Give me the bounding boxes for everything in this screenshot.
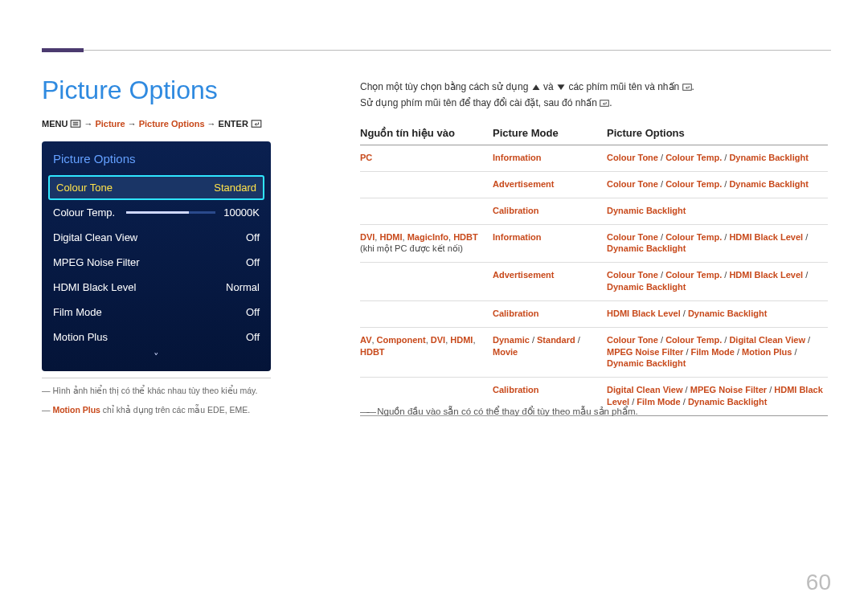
breadcrumb-picture-options: Picture Options <box>139 119 205 129</box>
cell-part: DVI <box>360 232 375 242</box>
svg-rect-8 <box>600 100 609 107</box>
osd-row[interactable]: HDMI Black LevelNormal <box>42 275 271 300</box>
option-token: Colour Temp. <box>665 179 722 189</box>
option-token: Dynamic Backlight <box>688 309 767 318</box>
cell-part: MagicInfo <box>407 232 448 242</box>
separator: / <box>722 270 729 280</box>
cell-part: Advertisement <box>493 179 554 189</box>
cell-part: Component <box>377 335 426 345</box>
cell-source <box>360 178 493 190</box>
osd-row[interactable]: Motion PlusOff <box>42 325 271 349</box>
breadcrumb-arrow: → <box>128 119 137 129</box>
separator: / <box>735 347 742 357</box>
cell-part: , <box>473 335 475 345</box>
option-token: HDMI Black Level <box>729 232 803 242</box>
osd-row[interactable]: Colour ToneStandard <box>48 175 264 200</box>
page-title: Picture Options <box>42 76 218 105</box>
cell-options: Colour Tone / Colour Temp. / HDMI Black … <box>607 231 828 255</box>
osd-row[interactable]: Digital Clean ViewOff <box>42 225 271 250</box>
note-motion-plus: Motion Plus chỉ khả dụng trên các mẫu ED… <box>42 405 299 415</box>
table-header-mode: Picture Mode <box>493 127 607 139</box>
cell-source: DVI, HDMI, MagicInfo, HDBT (khi một PC đ… <box>360 231 493 255</box>
option-token: Digital Clean View <box>607 385 683 394</box>
cell-part: AV <box>360 335 371 345</box>
option-token: Colour Tone <box>607 232 658 242</box>
table-row: CalibrationDynamic Backlight <box>360 198 828 225</box>
options-table: Nguồn tín hiệu vào Picture Mode Picture … <box>360 127 828 416</box>
osd-panel: Picture Options Colour ToneStandardColou… <box>42 141 271 371</box>
osd-row-value: Standard <box>214 182 256 194</box>
osd-row-value: Off <box>246 306 260 318</box>
intro-text-part: . <box>692 81 694 92</box>
option-token: Colour Tone <box>607 270 658 280</box>
separator: / <box>683 385 690 394</box>
separator: / <box>683 347 690 357</box>
option-token: Dynamic Backlight <box>607 358 686 368</box>
cell-options: HDMI Black Level / Dynamic Backlight <box>607 308 828 320</box>
option-token: Motion Plus <box>742 347 792 357</box>
cell-source <box>360 384 493 408</box>
separator: / <box>722 153 729 162</box>
option-token: Dynamic Backlight <box>607 206 686 215</box>
option-token: Colour Tone <box>607 179 658 189</box>
table-header-options: Picture Options <box>607 127 828 139</box>
cell-options: Colour Tone / Colour Temp. / Dynamic Bac… <box>607 152 828 164</box>
cell-part: Information <box>493 153 542 162</box>
cell-mode: Information <box>493 152 607 164</box>
svg-rect-7 <box>682 84 691 91</box>
separator: / <box>722 335 729 345</box>
separator: / <box>722 179 729 189</box>
intro-text-part: các phím mũi tên và nhấn <box>566 81 682 92</box>
header-accent <box>42 48 84 52</box>
table-header-source: Nguồn tín hiệu vào <box>360 127 493 139</box>
option-token: HDMI Black Level <box>607 309 681 318</box>
separator: / <box>722 232 729 242</box>
cell-mode: Calibration <box>493 384 607 408</box>
option-token: Colour Temp. <box>665 270 722 280</box>
note-display-vary: Hình ảnh hiển thị có thể khác nhau tùy t… <box>42 386 299 395</box>
chevron-down-icon[interactable]: ˅ <box>42 349 271 371</box>
osd-row[interactable]: Colour Temp.10000K <box>42 200 271 225</box>
intro-text: Chọn một tùy chọn bằng cách sử dụng và c… <box>360 79 828 112</box>
cell-mode: Dynamic / Standard / Movie <box>493 334 607 370</box>
breadcrumb-picture: Picture <box>95 119 125 129</box>
cell-part: Calibration <box>493 385 538 394</box>
osd-row-label: MPEG Noise Filter <box>53 256 140 268</box>
menu-icon <box>70 120 81 128</box>
table-row: AV, Component, DVI, HDMI, HDBTDynamic / … <box>360 328 828 378</box>
option-token: Dynamic Backlight <box>729 153 808 162</box>
intro-text-part: . <box>609 97 612 108</box>
table-row: CalibrationHDMI Black Level / Dynamic Ba… <box>360 301 828 328</box>
cell-part: HDMI <box>379 232 402 242</box>
option-token: Film Mode <box>691 347 735 357</box>
osd-row[interactable]: MPEG Noise FilterOff <box>42 250 271 275</box>
osd-row-value: Off <box>246 231 260 243</box>
table-row: PCInformationColour Tone / Colour Temp. … <box>360 145 828 172</box>
cell-part: / <box>575 335 580 345</box>
option-token: Dynamic Backlight <box>729 179 808 189</box>
cell-part: PC <box>360 153 372 162</box>
osd-row-label: HDMI Black Level <box>53 281 136 293</box>
separator: / <box>767 385 774 394</box>
cell-part: Movie <box>493 347 518 357</box>
cell-source: AV, Component, DVI, HDMI, HDBT <box>360 334 493 370</box>
osd-row-value: Normal <box>226 281 260 293</box>
table-row: AdvertisementColour Tone / Colour Temp. … <box>360 172 828 198</box>
svg-marker-6 <box>558 84 565 90</box>
osd-slider[interactable] <box>126 211 215 214</box>
option-token: HDMI Black Level <box>729 270 803 280</box>
option-token: Colour Tone <box>607 335 658 345</box>
up-triangle-icon <box>531 84 541 91</box>
table-header: Nguồn tín hiệu vào Picture Mode Picture … <box>360 127 828 145</box>
option-token: Colour Temp. <box>665 153 722 162</box>
svg-marker-5 <box>532 84 539 90</box>
option-token: Dynamic Backlight <box>607 243 686 253</box>
breadcrumb: MENU → Picture → Picture Options → ENTER <box>42 119 262 129</box>
separator: / <box>658 179 665 189</box>
separator: / <box>803 270 808 280</box>
option-token: Colour Tone <box>607 153 658 162</box>
cell-options: Colour Tone / Colour Temp. / Dynamic Bac… <box>607 178 828 190</box>
osd-row[interactable]: Film ModeOff <box>42 300 271 325</box>
option-token: Colour Temp. <box>665 232 722 242</box>
cell-mode: Advertisement <box>493 178 607 190</box>
